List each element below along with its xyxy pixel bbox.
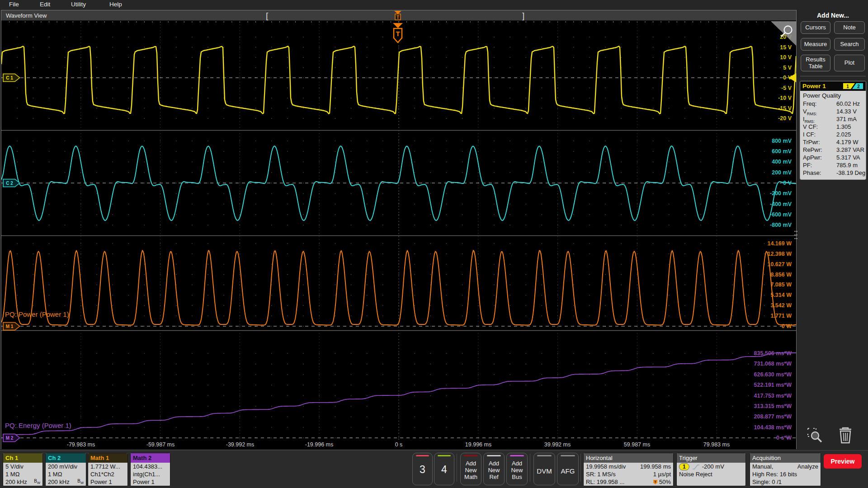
math2-badge-label: M 2 [6,436,14,441]
scale-label-m1: 12.398 W [767,251,792,257]
measure-button[interactable]: Measure [801,38,830,51]
measurement-row: Freq:60.02 Hz [803,100,863,108]
ch1-scale: 5 V/div [5,463,40,471]
add-new-bus-button[interactable]: AddNewBus [506,453,528,485]
plot-button[interactable]: Plot [834,55,865,71]
note-button[interactable]: Note [834,21,865,34]
menu-edit[interactable]: Edit [40,1,50,8]
source-badge-2: 2 [857,84,860,89]
scale-label-ch2: -200 mV [770,190,792,197]
menu-help[interactable]: Help [109,1,122,8]
math1-source: Power 1 [90,479,125,486]
oscilloscope-app: File Edit Utility Help Waveform View [ ]… [0,0,868,488]
scale-label-ch1: 5 V [783,65,792,71]
acquisition-single: Single: 0 /1 [752,479,818,486]
afg-button[interactable]: AFG [557,453,579,485]
ch1-panel-title: Ch 1 [3,453,42,463]
time-tick: 0 s [395,441,403,448]
channel4-button[interactable]: 4 [434,453,454,485]
measurement-row: ApPwr:5.317 VA [803,154,863,162]
scale-label-m1: 10.627 W [767,261,792,267]
add-new-math-button[interactable]: AddNewMath [460,453,481,485]
dvm-button[interactable]: DVM [533,453,555,485]
math1-expression: Ch1*Ch2 [90,471,125,479]
ch2-panel-title: Ch 2 [46,453,86,463]
scale-label-m2: 104.438 ms*W [754,424,792,431]
math1-badge-label: M 1 [6,324,14,329]
acquisition-panel[interactable]: Acquisition Manual,Analyze High Res: 16 … [750,453,821,486]
math2-position-badge[interactable]: M 2 [3,433,21,444]
acquisition-panel-title: Acquisition [750,453,821,463]
search-button[interactable]: Search [834,38,865,51]
math1-settings-panel[interactable]: Math 1 1.7712 W... Ch1*Ch2 Power 1 [88,453,128,486]
waveform-plot-area[interactable]: C 1 C 2 M 1 M 2 PQ: Power (Power 1) PQ: … [1,21,796,441]
preview-button[interactable]: Preview [824,454,862,469]
scale-label-m1: 1.771 W [770,313,792,319]
trash-icon[interactable] [835,425,856,446]
zoom-range-bracket-right[interactable]: ] [522,10,524,21]
cursors-button[interactable]: Cursors [801,21,830,34]
ch1-settings-panel[interactable]: Ch 1 5 V/div 1 MΩ 200 kHzBW [3,453,43,486]
acquisition-analyze: Analyze [797,463,818,471]
acquisition-mode: Manual, [752,463,773,471]
ch1-badge-label: C 1 [6,75,13,80]
trigger-mode: Noise Reject [679,471,743,479]
scale-label-m2: 626.630 ms*W [754,371,792,378]
measurement-name: Power Quality [803,92,863,100]
menu-file[interactable]: File [9,1,19,8]
draw-a-box-zoom-icon[interactable] [771,21,796,47]
scale-label-ch1: -15 V [778,105,792,112]
math2-settings-panel[interactable]: Math 2 104.4383... intg(Ch1... Power 1 [130,453,170,486]
time-tick: 59.987 ms [624,441,650,448]
horizontal-panel[interactable]: Horizontal 19.9958 ms/div199.958 ms SR: … [583,453,674,486]
scale-label-ch1: -20 V [778,115,792,122]
trigger-level-arrow[interactable] [788,73,796,82]
math1-panel-title: Math 1 [88,453,127,463]
scale-label-ch2: 200 mV [772,169,792,176]
ch2-position-badge[interactable]: C 2 [3,178,21,189]
trigger-panel[interactable]: Trigger 1 -200 mV Noise Reject [676,453,746,486]
ch1-bandwidth: 200 kHzBW [5,479,40,486]
rising-edge-icon [692,464,700,470]
power1-source-badges: 1 2 [843,83,863,89]
menu-utility[interactable]: Utility [71,1,86,8]
bandwidth-limit-icon: BW [34,478,40,486]
add-new-header: Add New... [798,12,868,19]
measurement-row: TrPwr:4.179 W [803,139,863,146]
scale-label-ch1: 10 V [780,54,792,61]
math2-value: 104.4383... [133,463,168,471]
horizontal-position: T50% [650,479,671,486]
scale-label-ch2: 600 mV [772,148,792,155]
zoom-selection-icon[interactable] [804,425,825,446]
zoom-range-bracket-left[interactable]: [ [266,10,268,21]
measurement-row: Phase:-38.19 Deg [803,169,863,177]
scale-label-ch2: 0 V [783,180,792,186]
time-tick: 19.996 ms [465,441,491,448]
math2-expression: intg(Ch1... [133,471,168,479]
source-badge-1: 1 [846,84,849,89]
horizontal-scale: 19.9958 ms/div [586,463,626,471]
scale-label-m2: 835.506 ms*W [754,350,792,357]
trigger-flag[interactable]: T [390,23,406,48]
measurement-row: IRMS:371 mA [803,116,863,123]
waveform-view: Waveform View [ ] T C 1 C 2 [1,10,797,449]
ch1-position-badge[interactable]: C 1 [3,73,21,84]
ch2-badge-label: C 2 [6,181,13,186]
scale-label-m2: 417.753 ms*W [754,393,792,399]
channel3-button[interactable]: 3 [412,453,433,485]
bandwidth-limit-icon: BW [77,478,84,486]
math1-annotation: PQ: Power (Power 1) [5,310,69,318]
scale-label-m2: 208.877 ms*W [754,413,792,420]
horizontal-window: 199.958 ms [640,463,671,471]
results-table-button[interactable]: Results Table [801,55,830,71]
scale-label-ch1: -5 V [781,85,792,91]
trigger-source-badge: 1 [679,463,689,470]
power1-results-panel[interactable]: Power 1 1 2 Power Quality Freq:60.02 Hz … [800,81,866,180]
time-tick: -59.987 ms [146,441,175,448]
add-new-ref-button[interactable]: AddNewRef [483,453,505,485]
ch2-settings-panel[interactable]: Ch 2 200 mV/div 1 MΩ 200 kHzBW [45,453,86,486]
scale-label-m2: 313.315 ms*W [754,403,792,409]
time-tick: -79.983 ms [67,441,95,448]
scale-label-m2: 731.068 ms*W [754,361,792,367]
math1-position-badge[interactable]: M 1 [3,322,21,333]
